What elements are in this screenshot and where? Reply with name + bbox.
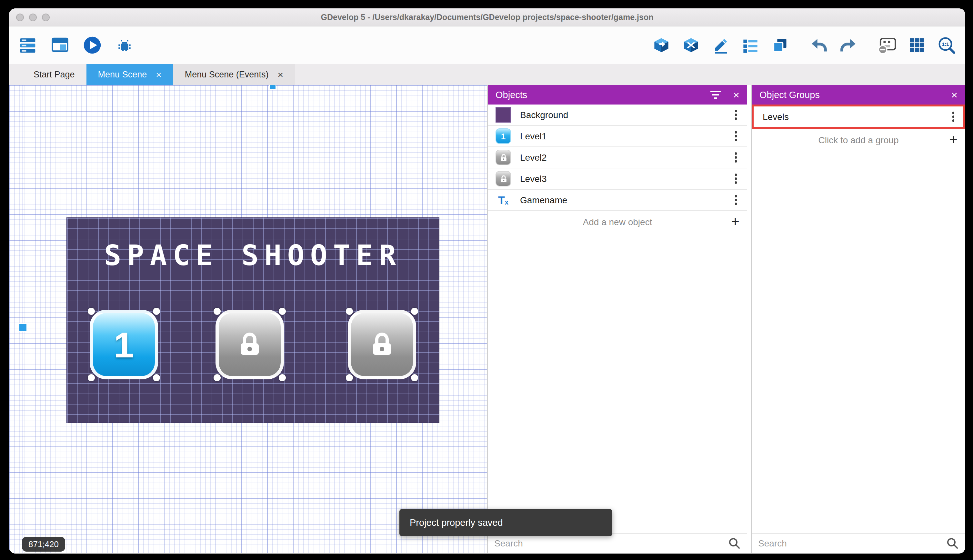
svg-text:1:1: 1:1 xyxy=(942,41,949,47)
project-manager-icon[interactable] xyxy=(17,34,39,56)
scene-title-text: SPACE SHOOTER xyxy=(67,239,439,272)
object-menu-kebab-icon[interactable] xyxy=(731,171,741,187)
redo-icon[interactable] xyxy=(838,34,860,56)
locked-button-icon xyxy=(495,150,511,165)
object-groups-panel: Object Groups × Levels Click to add a gr… xyxy=(751,85,965,553)
locked-button-icon xyxy=(495,171,511,187)
add-object-row[interactable]: Add a new object + xyxy=(488,211,747,232)
close-panel-icon[interactable]: × xyxy=(951,89,958,100)
selection-handle[interactable] xyxy=(19,324,27,331)
close-panel-icon[interactable]: × xyxy=(733,89,740,100)
grid-icon[interactable] xyxy=(906,34,928,56)
object-name: Background xyxy=(520,110,568,120)
toolbar-right-group: 1:1 xyxy=(650,34,958,56)
traffic-lights xyxy=(16,13,50,21)
group-name: Levels xyxy=(763,112,789,122)
close-tab-icon[interactable]: × xyxy=(277,70,283,79)
handle-dot xyxy=(411,308,418,315)
level1-number: 1 xyxy=(114,323,134,365)
debug-bug-icon[interactable] xyxy=(113,34,135,56)
add-group-label: Click to add a group xyxy=(818,135,898,145)
handle-dot xyxy=(88,374,95,381)
handle-dot xyxy=(213,374,221,381)
object-row-gamename[interactable]: Tx Gamename xyxy=(488,190,747,211)
groups-panel-title: Object Groups xyxy=(760,90,820,100)
handle-dot xyxy=(279,308,286,315)
add-group-row[interactable]: Click to add a group + xyxy=(752,129,965,150)
handle-dot xyxy=(279,374,286,381)
add-group-plus-icon[interactable]: + xyxy=(949,133,958,147)
object-row-background[interactable]: Background xyxy=(488,105,747,126)
play-preview-icon[interactable] xyxy=(81,34,103,56)
objects-panel: Objects × Background 1 Level1 xyxy=(487,85,747,553)
object-name: Gamename xyxy=(520,195,567,205)
minimize-window-button[interactable] xyxy=(29,13,37,21)
lock-icon xyxy=(367,329,397,360)
canvas-guide-line xyxy=(23,85,23,553)
add-object-plus-icon[interactable]: + xyxy=(731,215,740,229)
group-row-levels-highlighted[interactable]: Levels xyxy=(752,105,965,129)
handle-dot xyxy=(346,374,353,381)
save-toast: Project properly saved xyxy=(400,509,612,536)
editor-content: SPACE SHOOTER 1 871;420 xyxy=(9,85,965,553)
undo-icon[interactable] xyxy=(808,34,830,56)
object-row-level3[interactable]: Level3 xyxy=(488,168,747,190)
tab-bar: Start Page Menu Scene × Menu Scene (Even… xyxy=(9,64,965,85)
close-tab-icon[interactable]: × xyxy=(156,70,162,79)
object-row-level2[interactable]: Level2 xyxy=(488,147,747,168)
text-object-icon: Tx xyxy=(495,192,511,208)
group-menu-kebab-icon[interactable] xyxy=(948,109,958,125)
objects-panel-title: Objects xyxy=(495,90,527,100)
background-swatch-icon xyxy=(495,107,511,123)
object-menu-kebab-icon[interactable] xyxy=(731,128,741,145)
add-object-label: Add a new object xyxy=(583,217,652,227)
tab-start-page[interactable]: Start Page xyxy=(22,64,87,85)
level1-button[interactable]: 1 xyxy=(90,310,158,379)
scene-canvas[interactable]: SPACE SHOOTER 1 871;420 xyxy=(9,85,487,553)
filter-icon[interactable] xyxy=(710,90,721,100)
scene-window-icon[interactable] xyxy=(49,34,71,56)
object-menu-kebab-icon[interactable] xyxy=(731,107,741,123)
search-icon xyxy=(946,537,959,550)
level3-button-locked[interactable] xyxy=(348,310,416,379)
layers-icon[interactable] xyxy=(769,34,791,56)
instances-list-icon[interactable] xyxy=(740,34,761,56)
close-window-button[interactable] xyxy=(16,13,24,21)
level1-button-icon: 1 xyxy=(495,128,511,144)
object-name: Level2 xyxy=(520,152,547,163)
object-row-level1[interactable]: 1 Level1 xyxy=(488,126,747,147)
search-icon xyxy=(728,537,741,550)
handle-dot xyxy=(153,374,160,381)
edit-pencil-icon[interactable] xyxy=(710,34,732,56)
cursor-coordinates: 871;420 xyxy=(22,537,65,552)
object-name: Level1 xyxy=(520,131,547,141)
export-cube-icon[interactable] xyxy=(650,34,672,56)
object-name: Level3 xyxy=(520,173,547,184)
lock-icon xyxy=(234,329,265,360)
groups-search-bar xyxy=(752,533,965,553)
main-toolbar: 1:1 xyxy=(9,27,965,64)
objects-search-input[interactable] xyxy=(494,538,723,548)
object-menu-kebab-icon[interactable] xyxy=(731,149,741,166)
object-menu-kebab-icon[interactable] xyxy=(731,192,741,208)
tab-label: Menu Scene xyxy=(98,70,147,79)
handle-dot xyxy=(346,308,353,315)
tab-label: Menu Scene (Events) xyxy=(185,70,269,79)
objects-cube-icon[interactable] xyxy=(680,34,702,56)
game-scene-preview[interactable]: SPACE SHOOTER 1 xyxy=(67,217,440,423)
panel-divider xyxy=(747,85,751,553)
handle-dot xyxy=(411,374,418,381)
groups-search-input[interactable] xyxy=(758,538,941,548)
selection-handle[interactable] xyxy=(270,85,275,89)
tab-menu-scene-events[interactable]: Menu Scene (Events) × xyxy=(173,64,295,85)
window-mask-icon[interactable] xyxy=(876,34,898,56)
tab-menu-scene[interactable]: Menu Scene × xyxy=(87,64,173,85)
app-window: GDevelop 5 - /Users/dkarakay/Documents/G… xyxy=(9,8,965,553)
zoom-1to1-icon[interactable]: 1:1 xyxy=(936,34,958,56)
handle-dot xyxy=(88,308,95,315)
window-title: GDevelop 5 - /Users/dkarakay/Documents/G… xyxy=(321,13,654,22)
zoom-window-button[interactable] xyxy=(42,13,50,21)
level2-button-locked[interactable] xyxy=(215,310,284,379)
handle-dot xyxy=(213,308,221,315)
titlebar: GDevelop 5 - /Users/dkarakay/Documents/G… xyxy=(9,8,965,27)
